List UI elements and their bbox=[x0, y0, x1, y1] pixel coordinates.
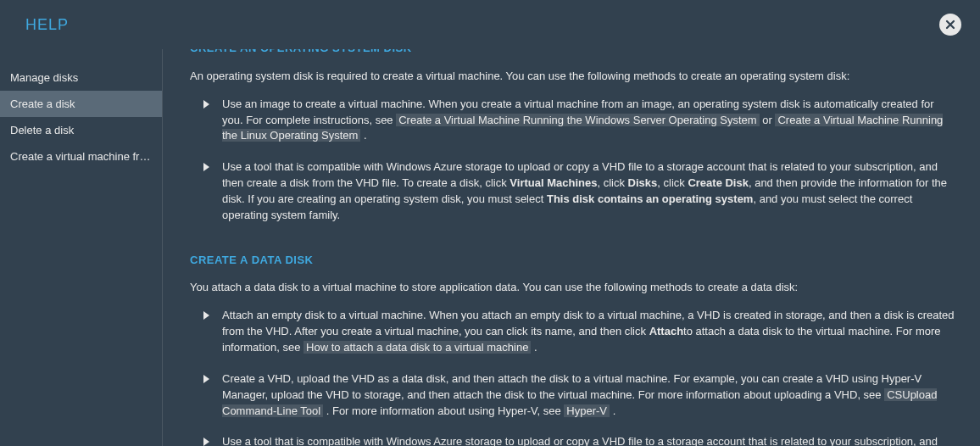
sidebar: Manage disks Create a disk Delete a disk… bbox=[0, 49, 163, 446]
section-title-os-disk: CREATE AN OPERATING SYSTEM DISK bbox=[190, 49, 955, 57]
list-item: Use a tool that is compatible with Windo… bbox=[222, 434, 955, 446]
body: Manage disks Create a disk Delete a disk… bbox=[0, 49, 980, 446]
section-intro: An operating system disk is required to … bbox=[190, 69, 955, 85]
section-intro: You attach a data disk to a virtual mach… bbox=[190, 280, 955, 296]
content-area: CREATE AN OPERATING SYSTEM DISK An opera… bbox=[163, 49, 980, 446]
section-title-data-disk: CREATE A DATA DISK bbox=[190, 253, 955, 269]
link-hyper-v[interactable]: Hyper-V bbox=[564, 404, 610, 417]
sidebar-item-delete-disk[interactable]: Delete a disk bbox=[0, 117, 162, 143]
help-title: HELP bbox=[25, 16, 69, 34]
list-item: Attach an empty disk to a virtual machin… bbox=[222, 308, 955, 356]
list-item: Use a tool that is compatible with Windo… bbox=[222, 159, 955, 223]
list-item: Create a VHD, upload the VHD as a data d… bbox=[222, 371, 955, 420]
link-create-vm-windows[interactable]: Create a Virtual Machine Running the Win… bbox=[396, 114, 759, 126]
close-button[interactable] bbox=[939, 14, 961, 36]
sidebar-item-manage-disks[interactable]: Manage disks bbox=[0, 64, 162, 91]
header: HELP bbox=[0, 0, 980, 49]
bullet-list: Use an image to create a virtual machine… bbox=[190, 97, 955, 224]
bullet-list: Attach an empty disk to a virtual machin… bbox=[190, 308, 955, 446]
close-icon bbox=[945, 20, 955, 30]
sidebar-item-create-vm-from[interactable]: Create a virtual machine from... bbox=[0, 143, 162, 170]
list-item: Use an image to create a virtual machine… bbox=[222, 97, 955, 145]
sidebar-item-create-disk[interactable]: Create a disk bbox=[0, 91, 162, 117]
link-attach-data-disk[interactable]: How to attach a data disk to a virtual m… bbox=[303, 341, 531, 354]
